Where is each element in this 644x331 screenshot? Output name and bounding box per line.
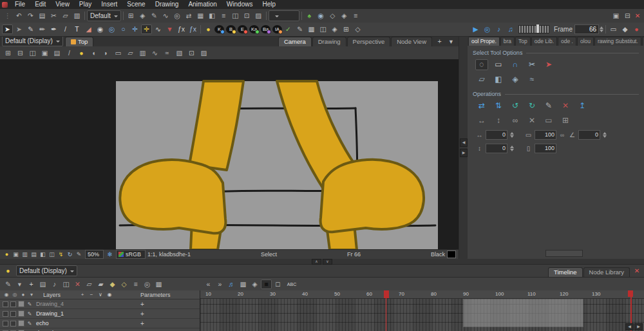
cube-icon[interactable]: ◇: [327, 11, 338, 21]
layer-enable-checkbox[interactable]: [3, 301, 8, 307]
add-layer-button[interactable]: +: [79, 291, 86, 298]
light-bulb-icon[interactable]: ●: [3, 266, 14, 276]
track-filter-icon[interactable]: ◎: [11, 291, 19, 298]
go-prev-keyframe-icon[interactable]: «: [203, 279, 214, 289]
tool-properties-tab[interactable]: bra: [500, 37, 515, 46]
range-icon[interactable]: ▭: [608, 24, 619, 34]
sound-scrub-button[interactable]: ♫: [505, 24, 516, 34]
wave-icon[interactable]: ∿: [149, 48, 160, 58]
flip-horizontal-icon[interactable]: ⇄: [475, 100, 488, 111]
add-peg-icon[interactable]: ◫: [61, 279, 71, 289]
cube-view-icon[interactable]: ◈: [329, 24, 340, 34]
layer-enable-checkbox[interactable]: [3, 311, 8, 317]
save-icon[interactable]: ▤: [37, 11, 48, 21]
paste-icon[interactable]: ▥: [71, 11, 82, 21]
eraser-tool[interactable]: ◢: [83, 24, 94, 34]
distribute-h-icon[interactable]: ↔: [475, 115, 488, 126]
link-op-icon[interactable]: ∞: [509, 115, 522, 126]
collapse-button[interactable]: ∨: [97, 291, 104, 298]
tool-ia-button[interactable]: IA: [272, 25, 282, 33]
clone-layer-icon[interactable]: ▰: [95, 279, 106, 289]
layer-color-chip[interactable]: [18, 320, 24, 326]
menu-item[interactable]: File: [10, 0, 30, 9]
texture-icon[interactable]: ▧: [174, 48, 185, 58]
menu-item[interactable]: Play: [75, 0, 96, 9]
drag-handle-icon[interactable]: ⋮: [2, 11, 13, 21]
minimize-icon[interactable]: ⊟: [622, 11, 633, 21]
layer-lock-toggle[interactable]: [10, 301, 16, 307]
sound-button[interactable]: ♪: [493, 24, 504, 34]
duplicate-layer-icon[interactable]: ▱: [84, 279, 95, 289]
brush-tool[interactable]: ✎: [25, 24, 36, 34]
add-drawing-layer-icon[interactable]: ▤: [37, 279, 48, 289]
outline-view-icon[interactable]: ▤: [30, 251, 38, 258]
frame-counter-input[interactable]: 66: [574, 24, 599, 34]
paste-mode-black-icon[interactable]: ■: [261, 279, 272, 289]
flip-3d-icon[interactable]: ◧: [492, 74, 505, 85]
remove-layer-button[interactable]: −: [88, 291, 95, 298]
plus-box-icon[interactable]: ⊡: [186, 48, 197, 58]
dot-icon[interactable]: ●: [19, 291, 27, 298]
shape-rect-icon[interactable]: ▭: [113, 48, 124, 58]
timeline-display-dropdown[interactable]: Default (Display): [16, 265, 77, 276]
lock-icon[interactable]: ▣: [39, 48, 50, 58]
marquee-icon[interactable]: ▭: [492, 59, 505, 70]
swap-icon[interactable]: ⇄: [184, 11, 194, 21]
offset-y-stepper[interactable]: [510, 146, 514, 151]
tab-top-view[interactable]: Top: [65, 37, 93, 46]
add-sound-layer-icon[interactable]: ♪: [49, 279, 60, 289]
layer-name[interactable]: echo: [36, 320, 49, 326]
film-icon[interactable]: ▦: [238, 279, 249, 289]
height-field[interactable]: 100: [535, 144, 556, 153]
abc-icon[interactable]: ABC: [284, 279, 299, 289]
zoom-dropdown[interactable]: 50%: [85, 250, 104, 259]
timeline-close-button[interactable]: ✕: [632, 267, 641, 276]
list-icon[interactable]: ≡: [218, 11, 229, 21]
zoom-view-icon[interactable]: ◫: [48, 251, 56, 258]
grid-icon[interactable]: ⊞: [3, 48, 14, 58]
edit-texture-tool[interactable]: ƒx: [187, 24, 198, 34]
layer-name[interactable]: Drawing_4: [36, 301, 64, 307]
clear-op-icon[interactable]: ✕: [526, 115, 538, 126]
show-strokes-icon[interactable]: ♠: [304, 11, 315, 21]
panel-collapse-button[interactable]: [545, 250, 583, 257]
add-layer-icon[interactable]: +: [26, 279, 37, 289]
play-button[interactable]: ▶: [470, 24, 481, 34]
layer-add-parameter-button[interactable]: +: [140, 301, 144, 308]
distribute-v-icon[interactable]: ↕: [492, 115, 505, 126]
box-op-icon[interactable]: ▭: [542, 115, 555, 126]
pencil-editor-icon[interactable]: ✎: [294, 24, 305, 34]
menu-item[interactable]: Scene: [122, 0, 149, 9]
matte-view-icon[interactable]: ▥: [21, 251, 29, 258]
pencil-op-icon[interactable]: ✎: [542, 100, 555, 111]
flash-icon[interactable]: ↯: [57, 251, 65, 258]
underlay-icon[interactable]: ▥: [137, 48, 148, 58]
frame-stepper[interactable]: [600, 26, 603, 32]
scroll-right-button[interactable]: ▶: [634, 323, 643, 330]
select-arrow-icon[interactable]: ➤: [542, 59, 555, 70]
timeline-layer-row[interactable]: ✎ deepak +: [0, 328, 200, 331]
light-table-icon[interactable]: ●: [76, 48, 87, 58]
text-tool[interactable]: T: [71, 24, 82, 34]
timeline-ruler[interactable]: 102030405060708090100110120130: [200, 290, 644, 299]
layer-enable-checkbox[interactable]: [3, 321, 8, 326]
paste-mode-white-icon[interactable]: □: [272, 279, 283, 289]
cube-icon[interactable]: ◈: [249, 279, 260, 289]
smooth-editor-icon[interactable]: ≈: [526, 74, 538, 85]
offset-y-field[interactable]: 0: [486, 144, 507, 153]
ink-tool[interactable]: ◎: [106, 24, 117, 34]
stroke-view-icon[interactable]: /: [64, 48, 75, 58]
timeline-panel-tab[interactable]: Timeline: [548, 267, 583, 277]
keyframe-icon[interactable]: ◆: [620, 24, 630, 34]
layer-add-parameter-button[interactable]: +: [140, 310, 144, 317]
timeline-playhead[interactable]: [386, 290, 386, 331]
pencil-menu-icon[interactable]: ✎: [3, 279, 14, 289]
layer-menu-icon[interactable]: ▾: [28, 291, 35, 298]
add-node-icon[interactable]: ⊞: [126, 11, 137, 21]
mask-icon[interactable]: ◧: [207, 11, 218, 21]
add-grid-icon[interactable]: ⊞: [341, 24, 352, 34]
solid-view-icon[interactable]: ▣: [12, 251, 20, 258]
copy-icon[interactable]: ▱: [60, 11, 71, 21]
zoom-tool[interactable]: ○: [118, 24, 129, 34]
view-tab[interactable]: Perspective: [347, 37, 391, 46]
